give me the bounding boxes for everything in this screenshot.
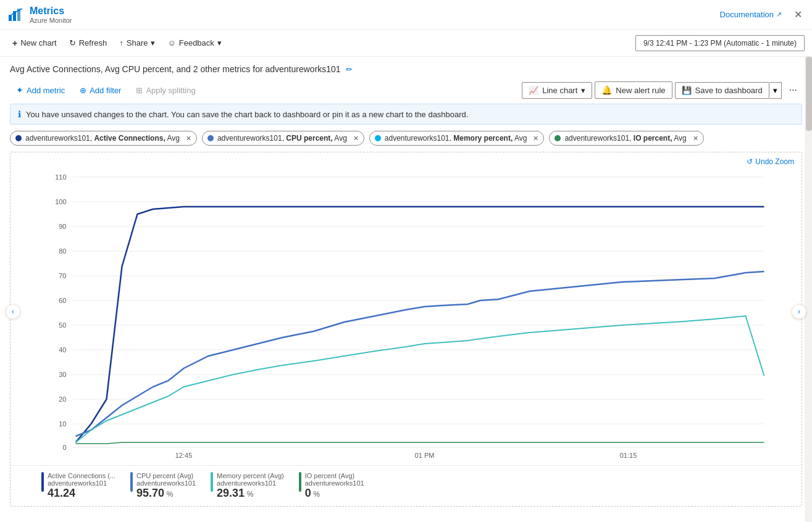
feedback-dropdown-icon: ▾ bbox=[217, 38, 222, 48]
metrics-toolbar-right: 📈 Line chart ▾ 🔔 New alert rule bbox=[522, 81, 802, 99]
plus-icon: + bbox=[12, 38, 17, 48]
io-zero-line bbox=[76, 442, 764, 444]
legend-active-connections: Active Connections (... adventureworks10… bbox=[41, 472, 115, 500]
svg-text:12:45: 12:45 bbox=[175, 452, 193, 459]
filter-icon: ⊕ bbox=[80, 86, 86, 95]
alert-icon: 🔔 bbox=[601, 85, 612, 95]
save-dashboard-dropdown-button[interactable]: ▾ bbox=[769, 82, 782, 99]
svg-text:01 PM: 01 PM bbox=[415, 452, 435, 459]
metric-chips-container: adventureworks101, Active Connections, A… bbox=[10, 131, 802, 146]
metrics-toolbar: ✦ Add metric ⊕ Add filter ⊞ Apply splitt… bbox=[10, 81, 802, 99]
chart-nav-left-button[interactable]: ‹ bbox=[6, 304, 20, 319]
share-button[interactable]: ↑ Share ▾ bbox=[114, 35, 160, 51]
memory-percent-line bbox=[76, 316, 764, 442]
svg-text:60: 60 bbox=[59, 297, 66, 304]
svg-text:100: 100 bbox=[55, 198, 66, 205]
svg-text:20: 20 bbox=[59, 396, 66, 403]
chart-title: Avg Active Connections, Avg CPU percent,… bbox=[10, 64, 341, 74]
chip-close-active-connections[interactable]: ✕ bbox=[186, 135, 191, 143]
add-metric-button[interactable]: ✦ Add metric bbox=[10, 82, 71, 98]
toolbar-left: + New chart ↻ Refresh ↑ Share ▾ ☺ Feedba… bbox=[7, 35, 227, 51]
chart-legend: Active Connections (... adventureworks10… bbox=[10, 465, 802, 506]
svg-text:90: 90 bbox=[59, 223, 66, 230]
chart-type-dropdown-icon: ▾ bbox=[581, 86, 585, 95]
chip-dot-cpu bbox=[207, 135, 214, 141]
metrics-toolbar-left: ✦ Add metric ⊕ Add filter ⊞ Apply splitt… bbox=[10, 82, 202, 98]
metric-chip-cpu[interactable]: adventureworks101, CPU percent, Avg ✕ bbox=[202, 131, 364, 146]
info-icon: ℹ bbox=[18, 109, 21, 119]
main-toolbar: + New chart ↻ Refresh ↑ Share ▾ ☺ Feedba… bbox=[0, 30, 812, 57]
legend-color-memory bbox=[211, 472, 213, 492]
app-title-group: Metrics Azure Monitor bbox=[30, 5, 72, 24]
svg-text:110: 110 bbox=[55, 173, 66, 181]
legend-color-io bbox=[299, 472, 301, 492]
header: Metrics Azure Monitor Documentation ↗ ✕ bbox=[0, 0, 812, 30]
dropdown-chevron-icon: ▾ bbox=[773, 86, 777, 95]
new-alert-rule-button[interactable]: 🔔 New alert rule bbox=[595, 81, 672, 99]
metric-chip-active-connections[interactable]: adventureworks101, Active Connections, A… bbox=[10, 131, 197, 146]
svg-text:10: 10 bbox=[59, 420, 66, 428]
chart-type-button[interactable]: 📈 Line chart ▾ bbox=[522, 82, 592, 99]
scrollbar-thumb[interactable] bbox=[806, 57, 812, 131]
share-dropdown-icon: ▾ bbox=[151, 38, 155, 48]
share-icon: ↑ bbox=[119, 38, 123, 48]
svg-text:0: 0 bbox=[62, 444, 66, 451]
metrics-icon bbox=[7, 6, 25, 23]
legend-memory: Memory percent (Avg) adventureworks101 2… bbox=[211, 472, 284, 500]
add-filter-button[interactable]: ⊕ Add filter bbox=[73, 83, 127, 98]
chip-close-io[interactable]: ✕ bbox=[693, 135, 698, 143]
active-connections-line bbox=[76, 207, 764, 442]
chevron-left-icon: ‹ bbox=[12, 307, 14, 316]
new-chart-button[interactable]: + New chart bbox=[7, 35, 62, 51]
chip-dot-active-connections bbox=[15, 135, 22, 141]
chart-svg-wrapper: 110 100 90 80 70 60 50 40 30 20 10 0 bbox=[10, 159, 802, 463]
apply-splitting-button[interactable]: ⊞ Apply splitting bbox=[130, 83, 201, 98]
new-alert-group: 🔔 New alert rule bbox=[595, 81, 672, 99]
save-icon: 💾 bbox=[682, 86, 692, 95]
svg-text:70: 70 bbox=[59, 272, 66, 280]
time-range-button[interactable]: 9/3 12:41 PM - 1:23 PM (Automatic - 1 mi… bbox=[635, 35, 805, 51]
legend-io: IO percent (Avg) adventureworks101 0 % bbox=[299, 472, 364, 500]
documentation-link[interactable]: Documentation ↗ bbox=[720, 10, 782, 19]
outer-wrapper: Avg Active Connections, Avg CPU percent,… bbox=[0, 57, 812, 522]
add-metric-icon: ✦ bbox=[16, 85, 23, 95]
toolbar-right: 9/3 12:41 PM - 1:23 PM (Automatic - 1 mi… bbox=[635, 35, 805, 51]
external-link-icon: ↗ bbox=[776, 10, 782, 19]
feedback-button[interactable]: ☺ Feedback ▾ bbox=[162, 35, 226, 51]
refresh-icon: ↻ bbox=[69, 38, 76, 48]
edit-icon[interactable]: ✏ bbox=[346, 65, 353, 74]
legend-color-active-connections bbox=[41, 472, 44, 492]
close-button[interactable]: ✕ bbox=[792, 6, 805, 23]
chip-dot-memory bbox=[375, 135, 381, 141]
app-subtitle: Azure Monitor bbox=[30, 17, 72, 24]
main-content: Avg Active Connections, Avg CPU percent,… bbox=[0, 57, 812, 514]
metric-chip-memory[interactable]: adventureworks101, Memory percent, Avg ✕ bbox=[369, 131, 545, 146]
save-to-dashboard-button[interactable]: 💾 Save to dashboard bbox=[675, 82, 769, 99]
metric-chip-io[interactable]: adventureworks101, IO percent, Avg ✕ bbox=[549, 131, 703, 146]
chip-dot-io bbox=[555, 135, 561, 141]
feedback-icon: ☺ bbox=[167, 38, 175, 48]
io-percent-line bbox=[76, 271, 764, 436]
chip-close-cpu[interactable]: ✕ bbox=[353, 135, 359, 143]
split-icon: ⊞ bbox=[136, 86, 143, 95]
svg-text:80: 80 bbox=[59, 247, 66, 255]
chart-container: ↺ Undo Zoom ‹ › bbox=[10, 152, 802, 507]
chart-nav-right-button[interactable]: › bbox=[792, 304, 806, 319]
save-dashboard-group: 💾 Save to dashboard ▾ bbox=[675, 82, 782, 99]
chart-title-row: Avg Active Connections, Avg CPU percent,… bbox=[10, 64, 802, 74]
legend-cpu: CPU percent (Avg) adventureworks101 95.7… bbox=[130, 472, 196, 500]
svg-text:01:15: 01:15 bbox=[620, 452, 637, 459]
chart-type-group: 📈 Line chart ▾ bbox=[522, 82, 592, 99]
chart-svg: 110 100 90 80 70 60 50 40 30 20 10 0 bbox=[10, 159, 802, 461]
chip-close-memory[interactable]: ✕ bbox=[533, 135, 538, 143]
chevron-right-icon: › bbox=[798, 307, 800, 316]
app-title: Metrics bbox=[30, 5, 72, 17]
info-banner: ℹ You have unsaved changes to the chart.… bbox=[10, 104, 802, 125]
legend-color-cpu bbox=[130, 472, 133, 492]
scrollbar[interactable] bbox=[805, 57, 812, 522]
more-options-button[interactable]: ··· bbox=[784, 81, 802, 99]
svg-text:40: 40 bbox=[59, 346, 66, 354]
ellipsis-icon: ··· bbox=[789, 85, 797, 95]
refresh-button[interactable]: ↻ Refresh bbox=[64, 35, 112, 51]
content-wrapper: Avg Active Connections, Avg CPU percent,… bbox=[0, 57, 812, 522]
